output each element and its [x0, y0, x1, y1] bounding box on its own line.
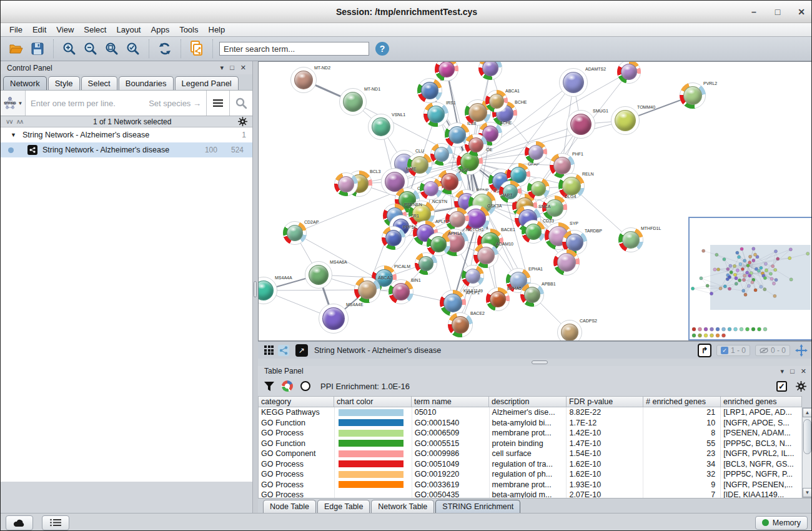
vertical-splitter[interactable]: [253, 61, 258, 513]
splitter-handle[interactable]: [254, 281, 257, 297]
column-header-fdr-p-value[interactable]: FDR p-value: [567, 396, 643, 407]
network-node[interactable]: [486, 287, 510, 311]
network-node[interactable]: [283, 221, 307, 245]
string-search-button[interactable]: [229, 91, 252, 116]
expand-all-icon[interactable]: ∧∧: [16, 118, 23, 125]
network-node[interactable]: [354, 277, 380, 303]
tree-expand-icon[interactable]: ▼: [11, 132, 16, 138]
table-row[interactable]: GO FunctionGO:0005515protein binding1.47…: [259, 439, 802, 449]
maximize-button[interactable]: □: [773, 7, 783, 17]
network-collection-row[interactable]: ▼ String Network - Alzheimer's disease 1: [1, 127, 252, 142]
menu-item-tools[interactable]: Tools: [174, 25, 203, 34]
zoom-fit-icon[interactable]: [101, 39, 122, 58]
network-node[interactable]: [415, 252, 437, 275]
network-node[interactable]: [557, 320, 582, 341]
tab-network-table[interactable]: Network Table: [371, 500, 434, 513]
menu-item-view[interactable]: View: [51, 25, 79, 34]
tab-select[interactable]: Select: [81, 76, 117, 90]
pan-navigation-icon[interactable]: [795, 344, 808, 357]
network-node[interactable]: [423, 102, 448, 127]
network-node[interactable]: [462, 265, 484, 287]
open-in-browser-icon[interactable]: ↗: [295, 344, 308, 357]
zoom-in-icon[interactable]: [59, 39, 80, 58]
table-row[interactable]: GO ProcessGO:0033619membrane prot...1.93…: [259, 480, 802, 490]
network-node[interactable]: [527, 177, 550, 200]
network-node[interactable]: [430, 143, 453, 166]
scrollbar-thumb[interactable]: [803, 419, 811, 454]
memory-button[interactable]: Memory: [755, 516, 808, 530]
search-input[interactable]: [219, 42, 369, 56]
tab-boundaries[interactable]: Boundaries: [119, 76, 174, 90]
collapse-all-icon[interactable]: ∨∨: [6, 118, 12, 125]
zoom-selected-icon[interactable]: [122, 39, 144, 58]
column-header-chart-color[interactable]: chart color: [334, 396, 412, 407]
network-row[interactable]: String Network - Alzheimer's disease 100…: [1, 142, 252, 157]
filter-icon[interactable]: [264, 382, 274, 391]
table-row[interactable]: GO FunctionGO:0001540beta-amyloid bi...1…: [259, 418, 802, 429]
menu-item-file[interactable]: File: [4, 25, 27, 34]
draw-charts-icon[interactable]: [282, 380, 293, 392]
tab-legend-panel[interactable]: Legend Panel: [175, 76, 239, 90]
table-row[interactable]: GO ProcessGO:0050435beta-amyloid m...2.0…: [259, 490, 802, 498]
tab-style[interactable]: Style: [48, 76, 80, 90]
network-node[interactable]: [522, 220, 545, 244]
tab-node-table[interactable]: Node Table: [263, 500, 316, 513]
network-node[interactable]: [339, 88, 367, 116]
menu-item-select[interactable]: Select: [79, 25, 111, 34]
string-query-input[interactable]: [26, 91, 206, 116]
network-node[interactable]: [334, 172, 358, 196]
network-node[interactable]: [319, 304, 349, 334]
network-node[interactable]: [420, 177, 442, 200]
network-node[interactable]: [389, 279, 413, 304]
network-node[interactable]: [305, 261, 332, 289]
string-logo-dropdown[interactable]: STRING ▼: [1, 91, 26, 116]
panel-collapse-icon[interactable]: ▾: [781, 367, 785, 375]
string-options-button[interactable]: [206, 91, 229, 116]
network-node[interactable]: [525, 141, 547, 164]
help-icon[interactable]: ?: [375, 42, 389, 56]
table-row[interactable]: GO ProcessGO:0019220regulation of ph...1…: [259, 469, 802, 480]
column-header-enriched-genes[interactable]: # enriched genes: [643, 396, 721, 407]
column-header-term-name[interactable]: term name: [412, 396, 489, 407]
network-node[interactable]: [368, 114, 394, 140]
tab-string-enrichment[interactable]: STRING Enrichment: [435, 500, 520, 513]
close-button[interactable]: ✕: [796, 7, 806, 17]
birdseye-overview[interactable]: [688, 217, 812, 340]
menu-item-edit[interactable]: Edit: [27, 25, 51, 34]
table-row[interactable]: GO ProcessGO:0051049regulation of tra...…: [259, 459, 802, 470]
network-node[interactable]: [520, 283, 544, 307]
column-header-category[interactable]: category: [258, 396, 334, 407]
network-node[interactable]: [473, 243, 498, 268]
minimize-button[interactable]: –: [749, 7, 759, 17]
save-session-icon[interactable]: [27, 39, 48, 58]
share-network-icon[interactable]: [278, 345, 289, 356]
column-header-enriched-genes[interactable]: enriched genes: [721, 396, 802, 407]
table-row[interactable]: GO ComponentGO:0009986cell surface1.54E-…: [259, 449, 802, 459]
column-header-description[interactable]: description: [489, 396, 567, 407]
panel-float-icon[interactable]: □: [790, 367, 795, 375]
select-terms-checkbox[interactable]: ✓: [776, 381, 787, 392]
splitter-handle[interactable]: [532, 360, 548, 364]
network-view[interactable]: MT-ND2MT-ND1VSNL1GAB2ADAMTS2PVRL2TOMM40S…: [258, 61, 812, 341]
menu-item-help[interactable]: Help: [204, 25, 230, 34]
network-node[interactable]: [553, 249, 580, 275]
table-scrollbar[interactable]: ▲ ▼: [802, 407, 812, 498]
scroll-up-icon[interactable]: ▲: [803, 408, 812, 417]
table-row[interactable]: GO ProcessGO:0006509membrane prot...1.42…: [259, 428, 802, 439]
grid-view-icon[interactable]: [264, 345, 274, 355]
network-node[interactable]: [417, 78, 442, 103]
menu-item-apps[interactable]: Apps: [146, 25, 175, 34]
tab-network[interactable]: Network: [3, 76, 47, 90]
network-from-file-icon[interactable]: [186, 39, 207, 58]
export-network-icon[interactable]: ↱: [698, 344, 711, 357]
network-node[interactable]: [448, 312, 473, 337]
network-node[interactable]: [559, 68, 588, 97]
panel-close-icon[interactable]: ✕: [801, 367, 806, 375]
refresh-icon[interactable]: [154, 39, 176, 58]
cloud-button[interactable]: [6, 515, 33, 530]
reset-charts-icon[interactable]: [300, 381, 310, 391]
network-node[interactable]: [680, 82, 706, 109]
task-list-button[interactable]: [42, 515, 69, 530]
zoom-out-icon[interactable]: [80, 39, 101, 58]
network-list-gear-icon[interactable]: [238, 117, 247, 126]
